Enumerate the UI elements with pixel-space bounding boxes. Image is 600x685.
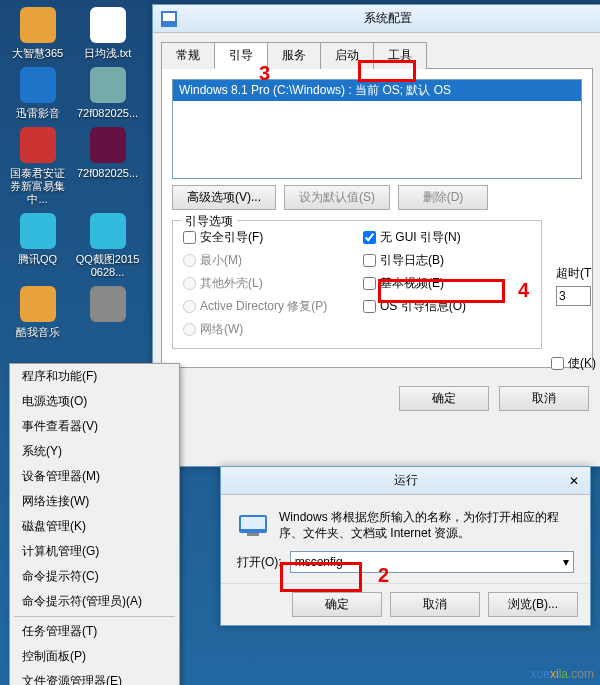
desktop-icon-label: 国泰君安证券新富易集中... [5,167,70,206]
app-icon [18,284,58,324]
menu-item[interactable]: 命令提示符(管理员)(A) [10,589,179,614]
svg-rect-8 [20,286,56,322]
svg-rect-13 [241,517,265,529]
boot-buttons-row: 高级选项(V)... 设为默认值(S) 删除(D) [172,185,582,210]
menu-item[interactable]: 程序和功能(F) [10,364,179,389]
app-icon [18,125,58,165]
os-boot-info-checkbox[interactable]: OS 引导信息(O) [363,298,533,315]
no-gui-boot-checkbox[interactable]: 无 GUI 引导(N) [363,229,533,246]
ad-repair-radio: Active Directory 修复(P) [183,298,353,315]
timeout-group: 超时(T [556,265,596,306]
tab-2[interactable]: 服务 [267,42,321,69]
menu-item[interactable]: 文件资源管理器(E) [10,669,179,685]
winx-context-menu: 程序和功能(F)电源选项(O)事件查看器(V)系统(Y)设备管理器(M)网络连接… [9,363,180,685]
run-ok-button[interactable]: 确定 [292,592,382,617]
desktop-icon-label: 迅雷影音 [16,107,60,120]
app-icon [88,211,128,251]
desktop-icon-label: 72f082025... [77,107,138,120]
app-icon [88,5,128,45]
delete-button: 删除(D) [398,185,488,210]
svg-rect-3 [90,67,126,103]
svg-rect-14 [247,533,259,536]
menu-item[interactable]: 磁盘管理(K) [10,514,179,539]
desktop-icon-label: 酷我音乐 [16,326,60,339]
desktop-icon-label: 腾讯QQ [18,253,57,266]
app-icon [18,65,58,105]
svg-rect-4 [20,127,56,163]
menu-item[interactable]: 任务管理器(T) [10,619,179,644]
desktop-icon[interactable]: 72f082025... [75,65,140,120]
msconfig-window: 系统配置 常规引导服务启动工具 Windows 8.1 Pro (C:\Wind… [152,4,600,467]
boot-entry-selected[interactable]: Windows 8.1 Pro (C:\Windows) : 当前 OS; 默认… [173,80,581,101]
window-title: 系统配置 [183,10,593,27]
menu-item[interactable]: 电源选项(O) [10,389,179,414]
menu-item[interactable]: 命令提示符(C) [10,564,179,589]
svg-rect-5 [90,127,126,163]
menu-item[interactable]: 事件查看器(V) [10,414,179,439]
msconfig-icon [161,11,177,27]
timeout-input[interactable] [556,286,591,306]
menu-item[interactable]: 设备管理器(M) [10,464,179,489]
set-default-button: 设为默认值(S) [284,185,390,210]
tab-4[interactable]: 工具 [373,42,427,69]
boot-entry-list[interactable]: Windows 8.1 Pro (C:\Windows) : 当前 OS; 默认… [172,79,582,179]
close-icon[interactable]: ✕ [562,471,586,491]
use-original-checkbox[interactable]: 使(K) [551,355,596,372]
run-cancel-button[interactable]: 取消 [390,592,480,617]
base-video-checkbox[interactable]: 基本视频(E) [363,275,533,292]
cancel-button[interactable]: 取消 [499,386,589,411]
desktop-icons: 大智慧365日均浅.txt迅雷影音72f082025...国泰君安证券新富易集中… [5,5,140,339]
menu-item[interactable]: 网络连接(W) [10,489,179,514]
tab-1[interactable]: 引导 [214,42,268,69]
tab-bar: 常规引导服务启动工具 [161,41,593,69]
app-icon [18,5,58,45]
menu-item[interactable]: 计算机管理(G) [10,539,179,564]
tab-3[interactable]: 启动 [320,42,374,69]
desktop-icon[interactable]: 大智慧365 [5,5,70,60]
desktop-icon-label: 72f082025... [77,167,138,180]
svg-rect-6 [20,213,56,249]
ok-button[interactable]: 确定 [399,386,489,411]
app-icon [88,125,128,165]
svg-rect-9 [90,286,126,322]
svg-rect-11 [163,13,175,21]
desktop-icon[interactable]: 腾讯QQ [5,211,70,279]
desktop-icon[interactable]: 迅雷影音 [5,65,70,120]
run-titlebar[interactable]: 运行 ✕ [221,467,590,495]
svg-rect-0 [20,7,56,43]
svg-rect-7 [90,213,126,249]
app-icon [88,284,128,324]
app-icon [18,211,58,251]
desktop-icon[interactable]: 日均浅.txt [75,5,140,60]
desktop-icon[interactable]: 酷我音乐 [5,284,70,339]
boot-options-legend: 引导选项 [181,213,237,230]
alt-shell-radio: 其他外壳(L) [183,275,353,292]
run-description: Windows 将根据您所输入的名称，为你打开相应的程序、文件夹、文档或 Int… [279,509,574,541]
run-browse-button[interactable]: 浏览(B)... [488,592,578,617]
advanced-options-button[interactable]: 高级选项(V)... [172,185,276,210]
network-radio: 网络(W) [183,321,353,338]
desktop-icon[interactable]: 国泰君安证券新富易集中... [5,125,70,206]
chevron-down-icon[interactable]: ▾ [563,555,569,569]
menu-item[interactable]: 控制面板(P) [10,644,179,669]
svg-rect-2 [20,67,56,103]
desktop-icon[interactable] [75,284,140,339]
run-icon [237,509,269,541]
desktop-icon-label: 日均浅.txt [84,47,132,60]
run-dialog: 运行 ✕ Windows 将根据您所输入的名称，为你打开相应的程序、文件夹、文档… [220,466,591,626]
desktop-icon-label: QQ截图20150628... [75,253,140,279]
desktop-icon[interactable]: QQ截图20150628... [75,211,140,279]
safe-boot-checkbox[interactable]: 安全引导(F) [183,229,353,246]
tab-0[interactable]: 常规 [161,42,215,69]
app-icon [88,65,128,105]
boot-log-checkbox[interactable]: 引导日志(B) [363,252,533,269]
menu-item[interactable]: 系统(Y) [10,439,179,464]
run-title: 运行 [229,472,582,489]
watermark: xuexila.com [531,665,594,681]
desktop-icon[interactable]: 72f082025... [75,125,140,206]
run-open-label: 打开(O): [237,554,282,571]
timeout-label: 超时(T [556,265,596,282]
window-titlebar[interactable]: 系统配置 [153,5,600,33]
run-open-input[interactable]: msconfig▾ [290,551,574,573]
svg-rect-1 [90,7,126,43]
